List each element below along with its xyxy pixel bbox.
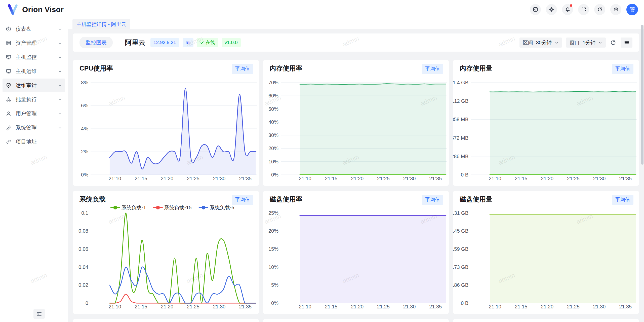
svg-text:50%: 50%	[268, 106, 278, 112]
refresh-charts-button[interactable]	[610, 39, 617, 46]
svg-text:0%: 0%	[81, 172, 88, 177]
svg-text:21:15: 21:15	[325, 304, 337, 310]
chart-title: 系统负载	[79, 195, 106, 204]
chart-options-button[interactable]	[621, 38, 632, 48]
chevron-down-icon	[58, 83, 62, 88]
sidebar-item-label: 运维审计	[16, 82, 58, 89]
memory-usage-amount-chart: 1.4 GB1.12 GB858 MB572 MB286 MB0 B21:102…	[453, 60, 639, 186]
svg-text:10%: 10%	[268, 264, 278, 270]
gear-icon	[613, 7, 619, 12]
sidebar-item-label: 系统管理	[16, 124, 58, 131]
sidebar-item-label: 资产管理	[16, 40, 58, 47]
wrench-icon	[6, 125, 12, 131]
svg-text:0.02: 0.02	[78, 282, 88, 288]
api-code-button[interactable]	[530, 4, 541, 15]
main-content: 监控图表 阿里云 12.92.5.21 ali 在线 v1.0.0 区间 30分…	[68, 29, 644, 322]
svg-text:21:15: 21:15	[515, 176, 528, 181]
svg-text:572 MB: 572 MB	[453, 135, 468, 141]
chevron-down-icon	[58, 69, 62, 74]
system-load-chart: 0.10.080.060.040.02021:1021:1521:2021:25…	[73, 191, 259, 314]
sidebar-item-host-ops[interactable]: 主机运维	[3, 64, 65, 78]
svg-text:0%: 0%	[271, 300, 278, 306]
fullscreen-button[interactable]	[578, 4, 589, 15]
host-code-tag: ali	[183, 38, 193, 47]
svg-text:21:20: 21:20	[351, 304, 364, 310]
svg-text:2%: 2%	[81, 149, 88, 154]
svg-text:0 B: 0 B	[461, 172, 468, 177]
svg-text:21:30: 21:30	[593, 176, 606, 181]
svg-text:21:10: 21:10	[489, 304, 501, 310]
sidebar-item-batch-exec[interactable]: 批量执行	[3, 93, 65, 106]
svg-text:系统负载-5: 系统负载-5	[210, 205, 234, 210]
user-avatar[interactable]: 管	[626, 4, 638, 15]
chart-title: 磁盘使用率	[270, 195, 302, 204]
svg-text:0.04: 0.04	[78, 264, 88, 270]
chart-card-cpu-usage: CPU使用率 平均值 8%6%4%2%0%21:1021:1521:2021:2…	[73, 60, 259, 186]
sidebar-item-project-link[interactable]: 项目地址	[3, 135, 65, 149]
gauge-icon	[6, 26, 12, 32]
server-list-icon	[6, 40, 12, 46]
refresh-icon	[597, 7, 603, 12]
chart-card-memory-usage-rate: 内存使用率 平均值 70%60%50%40%30%20%10%0%21:1021…	[263, 60, 449, 186]
chart-card-partial	[453, 319, 639, 322]
refresh-button[interactable]	[594, 4, 605, 15]
average-badge: 平均值	[422, 195, 443, 205]
chart-grid: CPU使用率 平均值 8%6%4%2%0%21:1021:1521:2021:2…	[73, 60, 639, 322]
sun-icon	[549, 7, 554, 12]
tab-bar: 主机监控详情 - 阿里云	[68, 19, 644, 29]
sidebar-item-label: 项目地址	[16, 138, 62, 145]
sidebar-item-system-management[interactable]: 系统管理	[3, 121, 65, 134]
svg-text:4%: 4%	[81, 126, 88, 131]
svg-text:21:30: 21:30	[213, 304, 225, 310]
chart-card-memory-usage-amount: 内存使用量 平均值 1.4 GB1.12 GB858 MB572 MB286 M…	[453, 60, 639, 186]
memory-usage-rate-chart: 70%60%50%40%30%20%10%0%21:1021:1521:2021…	[263, 60, 449, 186]
window-value: 1分钟	[583, 39, 595, 46]
svg-text:7.45 GB: 7.45 GB	[453, 228, 468, 234]
hamburger-icon	[624, 40, 629, 45]
vertical-scrollbar-thumb[interactable]	[641, 25, 643, 165]
svg-text:858 MB: 858 MB	[453, 117, 468, 122]
disk-usage-rate-chart: 25%20%15%10%5%0%21:1021:1521:2021:2521:3…	[263, 191, 449, 314]
svg-text:20%: 20%	[268, 146, 278, 151]
interval-select[interactable]: 区间 30分钟	[519, 38, 562, 48]
link-icon	[6, 139, 12, 145]
svg-text:0 B: 0 B	[461, 300, 468, 306]
svg-text:21:20: 21:20	[541, 304, 553, 310]
chevron-down-icon	[58, 126, 62, 130]
svg-text:21:35: 21:35	[619, 176, 632, 181]
sidebar-item-ops-audit[interactable]: 运维审计	[3, 79, 65, 92]
sidebar-item-dashboard[interactable]: 仪表盘	[3, 22, 65, 36]
settings-button[interactable]	[610, 4, 621, 15]
monitor-pulse-icon	[6, 54, 12, 60]
svg-text:9.31 GB: 9.31 GB	[453, 210, 468, 216]
average-badge: 平均值	[612, 64, 633, 74]
notifications-button[interactable]	[562, 4, 573, 15]
sidebar-item-assets[interactable]: 资产管理	[3, 36, 65, 50]
svg-text:21:25: 21:25	[377, 176, 389, 181]
svg-text:21:15: 21:15	[325, 176, 337, 181]
svg-text:21:35: 21:35	[239, 176, 252, 181]
sidebar-item-host-monitoring[interactable]: 主机监控	[3, 50, 65, 64]
chart-title: 内存使用量	[460, 64, 492, 73]
svg-text:40%: 40%	[268, 119, 278, 125]
svg-text:3.73 GB: 3.73 GB	[453, 264, 468, 270]
svg-text:21:15: 21:15	[135, 176, 147, 181]
svg-text:1.12 GB: 1.12 GB	[453, 98, 468, 104]
svg-text:70%: 70%	[268, 80, 278, 85]
sidebar-item-user-management[interactable]: 用户管理	[3, 107, 65, 120]
notification-dot	[570, 4, 572, 7]
monitor-chart-tab[interactable]: 监控图表	[79, 37, 113, 48]
svg-text:21:10: 21:10	[109, 176, 121, 181]
sidebar-collapse-button[interactable]	[33, 309, 45, 319]
chevron-down-icon	[58, 112, 62, 116]
theme-toggle-button[interactable]	[546, 4, 557, 15]
sidebar-item-label: 批量执行	[16, 96, 58, 103]
svg-text:21:25: 21:25	[377, 304, 389, 310]
svg-text:8%: 8%	[81, 80, 88, 85]
tab-host-monitor-detail[interactable]: 主机监控详情 - 阿里云	[72, 19, 130, 29]
window-select[interactable]: 窗口 1分钟	[566, 38, 606, 48]
svg-text:286 MB: 286 MB	[453, 154, 468, 159]
toolbar: 监控图表 阿里云 12.92.5.21 ali 在线 v1.0.0 区间 30分…	[73, 33, 639, 52]
agent-version-tag: v1.0.0	[222, 38, 241, 47]
cluster-icon	[6, 96, 12, 102]
